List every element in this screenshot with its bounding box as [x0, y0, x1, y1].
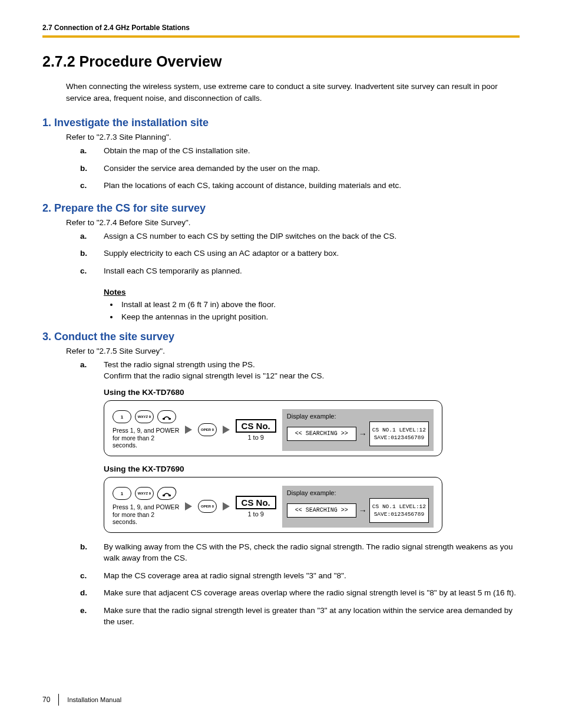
list-item: a. Test the radio signal strength using … [80, 359, 520, 382]
section-title: 2.7.2 Procedure Overview [42, 53, 520, 70]
display-example: Display example: << SEARCHING >> → CS NO… [282, 486, 434, 528]
arrow-icon [223, 426, 230, 434]
arrow-icon [185, 426, 192, 434]
subsection-3-title: 3. Conduct the site survey [42, 331, 520, 343]
press-note: Press 1, 9, and POWER for more than 2 se… [113, 503, 179, 526]
intro-paragraph: When connecting the wireless system, use… [66, 81, 520, 104]
diagram-kxtd7680: 1 WXYZ 9 Press 1, 9, and POWER for more … [104, 400, 442, 456]
lcd-result: CS NO.1 LEVEL:12 SAVE:0123456789 [369, 498, 429, 523]
list-item: e.Make sure that the radio signal streng… [80, 605, 520, 628]
key-9-icon: WXYZ 9 [135, 410, 154, 423]
key-9-icon: WXYZ 9 [135, 487, 154, 500]
csno-range: 1 to 9 [247, 510, 264, 518]
key-0-icon: OPER 0 [198, 500, 216, 513]
subsection-1-title: 1. Investigate the installation site [42, 117, 520, 129]
display-label: Display example: [287, 489, 429, 496]
notes-heading: Notes [104, 288, 520, 297]
lcd-searching: << SEARCHING >> [287, 503, 356, 518]
list-item: b.Supply electricity to each CS using an… [80, 248, 520, 259]
display-example: Display example: << SEARCHING >> → CS NO… [282, 409, 434, 451]
key-power-icon [156, 487, 178, 500]
footer-separator [58, 694, 59, 706]
key-0-icon: OPER 0 [198, 423, 216, 436]
list-item: a.Assign a CS number to each CS by setti… [80, 230, 520, 242]
list-item: c.Map the CS coverage area at radio sign… [80, 570, 520, 582]
svg-rect-2 [163, 495, 165, 496]
lcd-searching: << SEARCHING >> [287, 427, 356, 441]
doc-title: Installation Manual [67, 696, 121, 703]
svg-rect-1 [168, 418, 171, 420]
subsection-3-refer: Refer to "2.7.5 Site Survey". [66, 347, 520, 355]
arrow-icon [185, 502, 192, 510]
lcd-result: CS NO.1 LEVEL:12 SAVE:0123456789 [369, 421, 429, 446]
svg-rect-0 [163, 418, 165, 420]
key-1-icon: 1 [113, 487, 131, 500]
display-label: Display example: [287, 413, 429, 420]
key-1-icon: 1 [113, 410, 131, 423]
subsection-2-refer: Refer to "2.7.4 Before Site Survey". [66, 218, 520, 227]
press-note: Press 1, 9, and POWER for more than 2 se… [113, 427, 179, 449]
list-item: b.Consider the service area demanded by … [80, 163, 520, 174]
subsection-1-list: a.Obtain the map of the CS installation … [80, 145, 520, 192]
device-2-heading: Using the KX-TD7690 [104, 465, 520, 473]
header-rule [42, 35, 520, 38]
subsection-2-list: a.Assign a CS number to each CS by setti… [80, 230, 520, 277]
arrow-icon [223, 502, 230, 510]
page-number: 70 [42, 696, 50, 704]
diagram-kxtd7690: 1 WXYZ 9 Press 1, 9, and POWER for more … [104, 477, 442, 533]
key-power-icon [157, 410, 176, 423]
arrow-icon: → [359, 430, 367, 438]
list-item: c.Plan the locations of each CS, taking … [80, 180, 520, 192]
csno-range: 1 to 9 [247, 434, 264, 441]
list-item: Install at least 2 m (6 ft 7 in) above t… [119, 300, 520, 309]
list-item: a.Obtain the map of the CS installation … [80, 145, 520, 157]
svg-rect-3 [168, 495, 171, 496]
list-item: c.Install each CS temporarily as planned… [80, 265, 520, 277]
list-item: Keep the antennas in the upright positio… [119, 312, 520, 321]
subsection-1-refer: Refer to "2.7.3 Site Planning". [66, 133, 520, 141]
csno-box: CS No. [236, 419, 276, 433]
subsection-2-title: 2. Prepare the CS for site survey [42, 202, 520, 215]
running-head: 2.7 Connection of 2.4 GHz Portable Stati… [42, 24, 520, 32]
subsection-3-rest-list: b.By walking away from the CS with the P… [80, 541, 520, 628]
page-footer: 70 Installation Manual [42, 694, 121, 706]
notes-list: Install at least 2 m (6 ft 7 in) above t… [119, 300, 520, 321]
csno-box: CS No. [236, 496, 276, 509]
subsection-3-list: a. Test the radio signal strength using … [80, 359, 520, 382]
list-item: d.Make sure that adjacent CS coverage ar… [80, 587, 520, 599]
device-1-heading: Using the KX-TD7680 [104, 388, 520, 397]
arrow-icon: → [359, 506, 367, 515]
list-item: b.By walking away from the CS with the P… [80, 541, 520, 564]
page: 2.7 Connection of 2.4 GHz Portable Stati… [0, 0, 562, 728]
